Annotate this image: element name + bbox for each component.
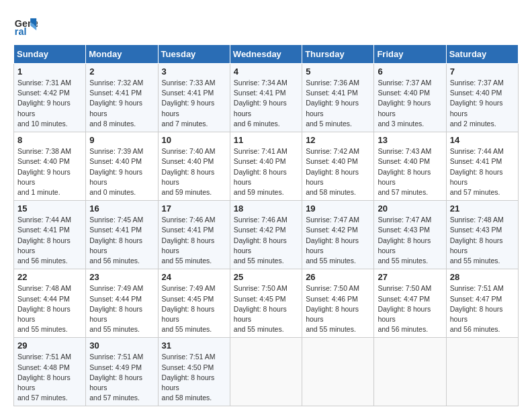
column-header-monday: Monday [86, 45, 158, 64]
day-number: 8 [17, 135, 82, 145]
day-detail: Sunrise: 7:50 AMSunset: 4:45 PMDaylight:… [234, 283, 298, 334]
day-detail: Sunrise: 7:37 AMSunset: 4:40 PMDaylight:… [450, 78, 515, 129]
day-number: 12 [306, 135, 370, 145]
calendar-cell: 26 Sunrise: 7:50 AMSunset: 4:46 PMDaylig… [302, 269, 374, 338]
calendar-cell [374, 338, 446, 406]
day-detail: Sunrise: 7:44 AMSunset: 4:41 PMDaylight:… [450, 146, 515, 197]
calendar-cell: 31 Sunrise: 7:51 AMSunset: 4:50 PMDaylig… [158, 338, 230, 406]
calendar-week-3: 15 Sunrise: 7:44 AMSunset: 4:41 PMDaylig… [14, 201, 519, 269]
svg-text:ral: ral [15, 26, 27, 37]
day-number: 1 [17, 66, 82, 77]
day-detail: Sunrise: 7:51 AMSunset: 4:47 PMDaylight:… [450, 283, 515, 334]
day-number: 14 [450, 135, 515, 145]
calendar-cell: 19 Sunrise: 7:47 AMSunset: 4:42 PMDaylig… [302, 201, 374, 269]
day-detail: Sunrise: 7:33 AMSunset: 4:41 PMDaylight:… [162, 78, 226, 129]
calendar-cell: 8 Sunrise: 7:38 AMSunset: 4:40 PMDayligh… [14, 132, 86, 201]
day-detail: Sunrise: 7:46 AMSunset: 4:41 PMDaylight:… [162, 215, 226, 266]
day-number: 18 [234, 203, 298, 214]
day-detail: Sunrise: 7:41 AMSunset: 4:40 PMDaylight:… [234, 146, 298, 197]
calendar-cell: 11 Sunrise: 7:41 AMSunset: 4:40 PMDaylig… [230, 132, 302, 201]
calendar-cell: 25 Sunrise: 7:50 AMSunset: 4:45 PMDaylig… [230, 269, 302, 338]
calendar-cell: 22 Sunrise: 7:48 AMSunset: 4:44 PMDaylig… [14, 269, 86, 338]
day-detail: Sunrise: 7:49 AMSunset: 4:44 PMDaylight:… [89, 283, 154, 334]
logo-icon: Gene ral [13, 13, 38, 38]
day-detail: Sunrise: 7:47 AMSunset: 4:43 PMDaylight:… [378, 215, 442, 266]
calendar-table: SundayMondayTuesdayWednesdayThursdayFrid… [13, 44, 519, 406]
day-number: 4 [234, 66, 298, 77]
calendar-cell: 28 Sunrise: 7:51 AMSunset: 4:47 PMDaylig… [446, 269, 518, 338]
day-number: 3 [162, 66, 226, 77]
calendar-cell: 24 Sunrise: 7:49 AMSunset: 4:45 PMDaylig… [158, 269, 230, 338]
day-detail: Sunrise: 7:40 AMSunset: 4:40 PMDaylight:… [162, 146, 226, 197]
column-header-tuesday: Tuesday [158, 45, 230, 64]
day-number: 17 [162, 203, 226, 214]
calendar-cell: 10 Sunrise: 7:40 AMSunset: 4:40 PMDaylig… [158, 132, 230, 201]
day-number: 15 [17, 203, 82, 214]
day-number: 13 [378, 135, 442, 145]
day-number: 23 [89, 272, 154, 282]
day-number: 24 [162, 272, 226, 282]
day-detail: Sunrise: 7:48 AMSunset: 4:43 PMDaylight:… [450, 215, 515, 266]
calendar-cell: 1 Sunrise: 7:31 AMSunset: 4:42 PMDayligh… [14, 64, 86, 132]
day-detail: Sunrise: 7:47 AMSunset: 4:42 PMDaylight:… [306, 215, 370, 266]
calendar-cell: 7 Sunrise: 7:37 AMSunset: 4:40 PMDayligh… [446, 64, 518, 132]
day-detail: Sunrise: 7:44 AMSunset: 4:41 PMDaylight:… [17, 215, 82, 266]
calendar-cell: 3 Sunrise: 7:33 AMSunset: 4:41 PMDayligh… [158, 64, 230, 132]
day-detail: Sunrise: 7:32 AMSunset: 4:41 PMDaylight:… [89, 78, 154, 129]
calendar-cell: 2 Sunrise: 7:32 AMSunset: 4:41 PMDayligh… [86, 64, 158, 132]
day-number: 5 [306, 66, 370, 77]
day-detail: Sunrise: 7:45 AMSunset: 4:41 PMDaylight:… [89, 215, 154, 266]
calendar-week-2: 8 Sunrise: 7:38 AMSunset: 4:40 PMDayligh… [14, 132, 519, 201]
day-number: 29 [17, 340, 82, 351]
calendar-cell: 17 Sunrise: 7:46 AMSunset: 4:41 PMDaylig… [158, 201, 230, 269]
day-detail: Sunrise: 7:31 AMSunset: 4:42 PMDaylight:… [17, 78, 82, 129]
day-detail: Sunrise: 7:37 AMSunset: 4:40 PMDaylight:… [378, 78, 442, 129]
calendar-week-1: 1 Sunrise: 7:31 AMSunset: 4:42 PMDayligh… [14, 64, 519, 132]
calendar-cell: 30 Sunrise: 7:51 AMSunset: 4:49 PMDaylig… [86, 338, 158, 406]
day-number: 22 [17, 272, 82, 282]
calendar-cell [446, 338, 518, 406]
day-detail: Sunrise: 7:51 AMSunset: 4:48 PMDaylight:… [17, 352, 82, 403]
calendar-cell: 15 Sunrise: 7:44 AMSunset: 4:41 PMDaylig… [14, 201, 86, 269]
column-header-friday: Friday [374, 45, 446, 64]
column-header-wednesday: Wednesday [230, 45, 302, 64]
calendar-cell: 6 Sunrise: 7:37 AMSunset: 4:40 PMDayligh… [374, 64, 446, 132]
day-detail: Sunrise: 7:39 AMSunset: 4:40 PMDaylight:… [89, 146, 154, 197]
calendar-cell: 23 Sunrise: 7:49 AMSunset: 4:44 PMDaylig… [86, 269, 158, 338]
day-number: 6 [378, 66, 442, 77]
calendar-cell: 5 Sunrise: 7:36 AMSunset: 4:41 PMDayligh… [302, 64, 374, 132]
calendar-cell: 13 Sunrise: 7:43 AMSunset: 4:40 PMDaylig… [374, 132, 446, 201]
day-detail: Sunrise: 7:42 AMSunset: 4:40 PMDaylight:… [306, 146, 370, 197]
column-header-saturday: Saturday [446, 45, 518, 64]
day-detail: Sunrise: 7:50 AMSunset: 4:46 PMDaylight:… [306, 283, 370, 334]
day-number: 31 [162, 340, 226, 351]
day-detail: Sunrise: 7:51 AMSunset: 4:49 PMDaylight:… [89, 352, 154, 403]
day-detail: Sunrise: 7:46 AMSunset: 4:42 PMDaylight:… [234, 215, 298, 266]
day-detail: Sunrise: 7:38 AMSunset: 4:40 PMDaylight:… [17, 146, 82, 197]
day-number: 9 [89, 135, 154, 145]
day-number: 26 [306, 272, 370, 282]
calendar-cell: 4 Sunrise: 7:34 AMSunset: 4:41 PMDayligh… [230, 64, 302, 132]
calendar-cell: 29 Sunrise: 7:51 AMSunset: 4:48 PMDaylig… [14, 338, 86, 406]
day-number: 2 [89, 66, 154, 77]
calendar-cell: 12 Sunrise: 7:42 AMSunset: 4:40 PMDaylig… [302, 132, 374, 201]
day-number: 16 [89, 203, 154, 214]
day-number: 11 [234, 135, 298, 145]
calendar-cell [230, 338, 302, 406]
day-number: 28 [450, 272, 515, 282]
calendar-cell: 16 Sunrise: 7:45 AMSunset: 4:41 PMDaylig… [86, 201, 158, 269]
calendar-cell: 9 Sunrise: 7:39 AMSunset: 4:40 PMDayligh… [86, 132, 158, 201]
calendar-week-5: 29 Sunrise: 7:51 AMSunset: 4:48 PMDaylig… [14, 338, 519, 406]
column-header-sunday: Sunday [14, 45, 86, 64]
calendar-cell: 14 Sunrise: 7:44 AMSunset: 4:41 PMDaylig… [446, 132, 518, 201]
day-number: 21 [450, 203, 515, 214]
day-number: 10 [162, 135, 226, 145]
calendar-cell [302, 338, 374, 406]
column-header-thursday: Thursday [302, 45, 374, 64]
calendar-week-4: 22 Sunrise: 7:48 AMSunset: 4:44 PMDaylig… [14, 269, 519, 338]
day-detail: Sunrise: 7:48 AMSunset: 4:44 PMDaylight:… [17, 283, 82, 334]
day-detail: Sunrise: 7:51 AMSunset: 4:50 PMDaylight:… [162, 352, 226, 403]
logo: Gene ral [13, 13, 40, 38]
day-number: 19 [306, 203, 370, 214]
calendar-cell: 20 Sunrise: 7:47 AMSunset: 4:43 PMDaylig… [374, 201, 446, 269]
